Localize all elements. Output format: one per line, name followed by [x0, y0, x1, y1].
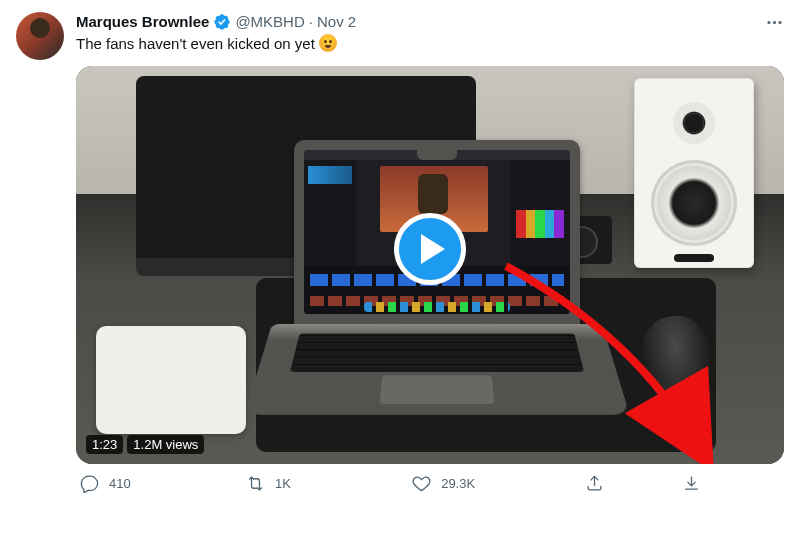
- tweet-main: Marques Brownlee @MKBHD · Nov 2 The fans…: [76, 12, 784, 493]
- reply-icon: [80, 474, 99, 493]
- handle[interactable]: @MKBHD: [235, 12, 304, 32]
- heart-icon: [412, 474, 431, 493]
- video-duration: 1:23: [86, 435, 123, 454]
- retweet-count: 1K: [275, 476, 291, 491]
- scene-trackpad: [96, 326, 246, 434]
- tweet-text-content: The fans haven't even kicked on yet: [76, 35, 319, 52]
- scene-laptop: [272, 140, 602, 440]
- tweet: Marques Brownlee @MKBHD · Nov 2 The fans…: [0, 0, 800, 505]
- svg-point-2: [778, 20, 781, 23]
- tweet-date[interactable]: Nov 2: [317, 12, 356, 32]
- share-icon: [585, 474, 604, 493]
- retweet-button[interactable]: 1K: [246, 474, 412, 493]
- like-button[interactable]: 29.3K: [412, 474, 585, 493]
- retweet-icon: [246, 474, 265, 493]
- svg-point-1: [773, 20, 776, 23]
- tweet-header: Marques Brownlee @MKBHD · Nov 2: [76, 12, 784, 32]
- reply-count: 410: [109, 476, 131, 491]
- video-media[interactable]: 1:23 1.2M views: [76, 66, 784, 464]
- reply-button[interactable]: 410: [80, 474, 246, 493]
- avatar[interactable]: [16, 12, 64, 60]
- verified-badge-icon: [213, 13, 231, 31]
- more-button[interactable]: [765, 13, 784, 32]
- worried-face-emoji-icon: [319, 34, 337, 52]
- download-button[interactable]: [682, 474, 737, 493]
- video-meta: 1:23 1.2M views: [86, 435, 204, 454]
- share-button[interactable]: [585, 474, 682, 493]
- scene-speaker: [634, 78, 754, 268]
- tweet-actions: 410 1K 29.3K: [76, 474, 776, 493]
- download-icon: [682, 474, 701, 493]
- display-name[interactable]: Marques Brownlee: [76, 12, 209, 32]
- separator-dot: ·: [309, 12, 313, 32]
- svg-point-0: [767, 20, 770, 23]
- like-count: 29.3K: [441, 476, 475, 491]
- tweet-text: The fans haven't even kicked on yet: [76, 34, 784, 54]
- play-button[interactable]: [394, 213, 466, 285]
- video-views: 1.2M views: [127, 435, 204, 454]
